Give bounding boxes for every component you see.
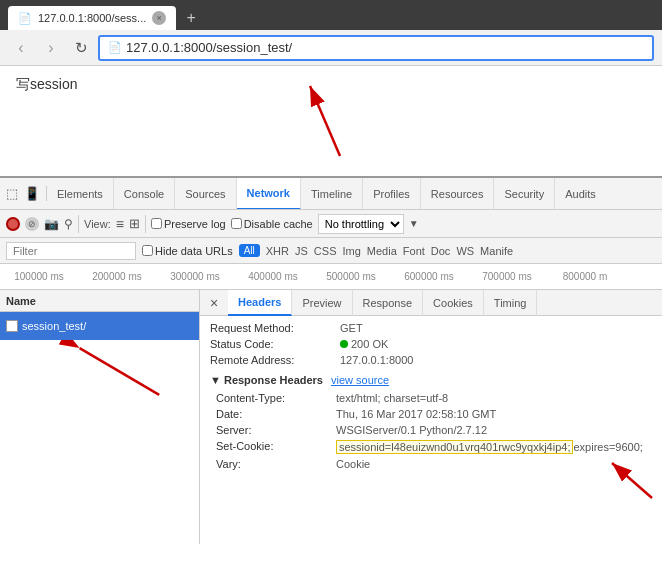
view-label: View:	[84, 218, 111, 230]
record-button[interactable]	[6, 217, 20, 231]
remote-address-value: 127.0.0.1:8000	[340, 354, 413, 366]
tab-console[interactable]: Console	[114, 178, 175, 210]
details-close-btn[interactable]: ×	[204, 293, 224, 313]
all-badge[interactable]: All	[239, 244, 260, 257]
cookie-session-highlight: sessionid=l48euizwnd0u1vrq401rwc9yqxkj4i…	[336, 440, 573, 454]
response-headers-section: ▼ Response Headers view source	[200, 370, 662, 390]
header-date: Date: Thu, 16 Mar 2017 02:58:10 GMT	[200, 406, 662, 422]
svg-line-1	[310, 86, 340, 156]
time-label-6: 600000 ms	[390, 271, 468, 282]
header-name: Content-Type:	[216, 392, 336, 404]
details-tab-headers[interactable]: Headers	[228, 290, 292, 316]
devtools-tabbar: ⬚ 📱 Elements Console Sources Network Tim…	[0, 178, 662, 210]
disable-cache-checkbox[interactable]	[231, 218, 242, 229]
details-tab-preview[interactable]: Preview	[292, 290, 352, 316]
status-code-value: 200 OK	[351, 338, 388, 350]
hide-data-urls-checkbox[interactable]	[142, 245, 153, 256]
reload-button[interactable]: ↻	[68, 35, 94, 61]
disable-cache-label[interactable]: Disable cache	[231, 218, 313, 230]
header-value-set-cookie: sessionid=l48euizwnd0u1vrq401rwc9yqxkj4i…	[336, 440, 646, 454]
header-name: Server:	[216, 424, 336, 436]
list-view-icon[interactable]: ≡	[116, 216, 124, 232]
tab-audits[interactable]: Audits	[555, 178, 606, 210]
remote-address-row: Remote Address: 127.0.0.1:8000	[200, 352, 662, 368]
header-name: Set-Cookie:	[216, 440, 336, 452]
toolbar-separator2	[145, 215, 146, 233]
address-input[interactable]	[126, 40, 644, 55]
filter-font[interactable]: Font	[403, 245, 425, 257]
filter-js[interactable]: JS	[295, 245, 308, 257]
details-panel: × Headers Preview Response Cookies Timin…	[200, 290, 662, 544]
tab-sources[interactable]: Sources	[175, 178, 236, 210]
time-label-3: 300000 ms	[156, 271, 234, 282]
remote-address-label: Remote Address:	[210, 354, 340, 366]
browser-chrome: 📄 127.0.0.1:8000/sess... × +	[0, 0, 662, 30]
address-bar-container[interactable]: 📄	[98, 35, 654, 61]
time-label-1: 100000 ms	[0, 271, 78, 282]
tab-close-btn[interactable]: ×	[152, 11, 166, 25]
request-item-icon	[6, 320, 18, 332]
request-item-name: session_test/	[22, 320, 86, 332]
filter-xhr[interactable]: XHR	[266, 245, 289, 257]
time-label-4: 400000 ms	[234, 271, 312, 282]
requests-panel: Name session_test/	[0, 290, 200, 544]
header-value: WSGIServer/0.1 Python/2.7.12	[336, 424, 487, 436]
tab-network[interactable]: Network	[237, 178, 301, 210]
filter-manifest[interactable]: Manife	[480, 245, 513, 257]
header-value: Thu, 16 Mar 2017 02:58:10 GMT	[336, 408, 496, 420]
nav-bar: ‹ › ↻ 📄	[0, 30, 662, 66]
hide-data-urls-label[interactable]: Hide data URLs	[142, 245, 233, 257]
active-tab[interactable]: 📄 127.0.0.1:8000/sess... ×	[8, 6, 176, 30]
device-icon[interactable]: 📱	[24, 186, 40, 201]
header-set-cookie: Set-Cookie: sessionid=l48euizwnd0u1vrq40…	[200, 438, 662, 456]
request-method-value: GET	[340, 322, 363, 334]
tab-timeline[interactable]: Timeline	[301, 178, 363, 210]
svg-line-3	[80, 348, 160, 395]
page-title: 写session	[16, 76, 646, 94]
address-icon: 📄	[108, 41, 122, 54]
time-label-7: 700000 ms	[468, 271, 546, 282]
timeline-ruler: 100000 ms 200000 ms 300000 ms 400000 ms …	[0, 264, 662, 290]
response-headers-label: ▼ Response Headers	[210, 374, 323, 386]
details-tab-timing[interactable]: Timing	[484, 290, 538, 316]
inspect-icon[interactable]: ⬚	[6, 186, 18, 201]
throttle-arrow-icon: ▼	[409, 218, 419, 229]
throttle-select[interactable]: No throttling	[318, 214, 404, 234]
preserve-log-checkbox[interactable]	[151, 218, 162, 229]
details-tab-cookies[interactable]: Cookies	[423, 290, 484, 316]
tab-elements[interactable]: Elements	[47, 178, 114, 210]
filter-css[interactable]: CSS	[314, 245, 337, 257]
grid-view-icon[interactable]: ⊞	[129, 216, 140, 231]
header-vary: Vary: Cookie	[200, 456, 662, 472]
tab-title: 127.0.0.1:8000/sess...	[38, 12, 146, 24]
camera-icon[interactable]: 📷	[44, 217, 59, 231]
filter-ws[interactable]: WS	[456, 245, 474, 257]
view-source-link[interactable]: view source	[331, 374, 389, 386]
status-dot	[340, 340, 348, 348]
filter-img[interactable]: Img	[342, 245, 360, 257]
filter-media[interactable]: Media	[367, 245, 397, 257]
filter-icon[interactable]: ⚲	[64, 217, 73, 231]
tab-resources[interactable]: Resources	[421, 178, 495, 210]
new-tab-btn[interactable]: +	[178, 6, 204, 30]
filter-input[interactable]	[6, 242, 136, 260]
cookie-rest: expires=9600; Path=/	[573, 441, 646, 453]
toolbar-separator	[78, 215, 79, 233]
name-column-header: Name	[0, 290, 199, 312]
header-content-type: Content-Type: text/html; charset=utf-8	[200, 390, 662, 406]
header-server: Server: WSGIServer/0.1 Python/2.7.12	[200, 422, 662, 438]
back-button[interactable]: ‹	[8, 35, 34, 61]
preserve-log-label[interactable]: Preserve log	[151, 218, 226, 230]
filter-doc[interactable]: Doc	[431, 245, 451, 257]
time-label-5: 500000 ms	[312, 271, 390, 282]
forward-button[interactable]: ›	[38, 35, 64, 61]
request-item[interactable]: session_test/	[0, 312, 199, 340]
devtools-panel: ⬚ 📱 Elements Console Sources Network Tim…	[0, 176, 662, 544]
details-tab-response[interactable]: Response	[353, 290, 424, 316]
status-code-label: Status Code:	[210, 338, 340, 350]
network-main: Name session_test/	[0, 290, 662, 544]
tab-profiles[interactable]: Profiles	[363, 178, 421, 210]
tab-security[interactable]: Security	[494, 178, 555, 210]
clear-button[interactable]: ⊘	[25, 217, 39, 231]
header-value: Cookie	[336, 458, 370, 470]
